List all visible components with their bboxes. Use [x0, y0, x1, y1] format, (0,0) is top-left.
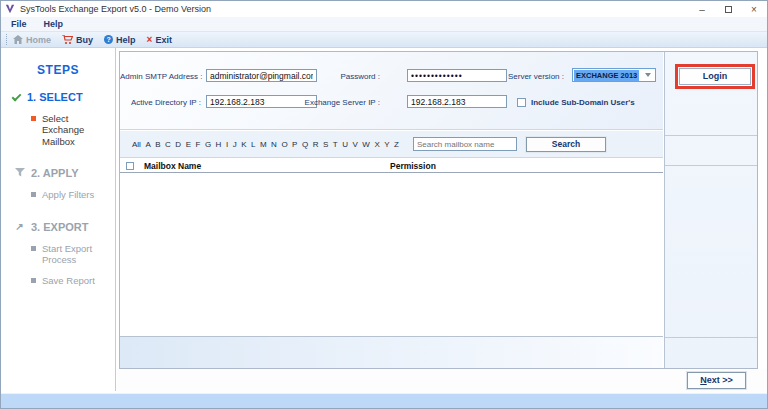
steps-title: STEPS: [1, 63, 115, 77]
search-button[interactable]: Search: [526, 137, 606, 152]
chevron-down-icon: [645, 73, 651, 77]
divider: [665, 337, 757, 338]
letter-filter[interactable]: Z: [394, 140, 399, 149]
help-icon: ?: [104, 35, 113, 44]
divider: [665, 165, 757, 166]
steps-sidebar: STEPS 1. SELECT Select Exchange Mailbox …: [1, 48, 116, 391]
status-bar: [1, 393, 767, 409]
exchange-server-label: Exchange Server IP :: [296, 98, 380, 107]
window-title: SysTools Exchange Export v5.0 - Demo Ver…: [20, 4, 211, 14]
letter-filter[interactable]: J: [233, 140, 237, 149]
letter-filter[interactable]: All: [132, 140, 141, 149]
login-form-section: Admin SMTP Address : Password : Server v…: [120, 52, 663, 130]
app-logo-icon: [5, 4, 15, 14]
column-permission: Permission: [390, 161, 436, 171]
substep-select-exchange-mailbox: Select Exchange Mailbox: [31, 113, 115, 147]
letter-filter[interactable]: T: [333, 140, 338, 149]
letter-filter[interactable]: O: [281, 140, 287, 149]
letter-filter[interactable]: M: [260, 140, 267, 149]
app-window: SysTools Exchange Export v5.0 - Demo Ver…: [0, 0, 768, 409]
login-annotation-box: Login: [675, 64, 755, 89]
minimize-icon: –: [699, 4, 705, 15]
subdomain-checkbox[interactable]: [517, 98, 526, 107]
letter-filter[interactable]: W: [362, 140, 370, 149]
letter-filter[interactable]: D: [175, 140, 181, 149]
close-button[interactable]: ×: [741, 1, 767, 17]
subdomain-label: Include Sub-Domain User's: [531, 98, 635, 107]
alphabet-filter-section: AllABCDEFGHIJKLMNOPQRSTUVWXYZ Search: [120, 131, 663, 158]
toolbar-home-button[interactable]: Home: [13, 35, 51, 45]
server-version-select[interactable]: EXCHANGE 2013: [572, 68, 656, 82]
main-panel: Admin SMTP Address : Password : Server v…: [119, 51, 758, 369]
letter-filter[interactable]: X: [374, 140, 379, 149]
title-bar: SysTools Exchange Export v5.0 - Demo Ver…: [1, 1, 767, 17]
bullet-icon: [31, 116, 36, 121]
check-icon: [12, 92, 22, 102]
letter-filter[interactable]: N: [271, 140, 277, 149]
toolbar-help-button[interactable]: ? Help: [104, 35, 136, 45]
letter-filter[interactable]: V: [352, 140, 357, 149]
letter-filter[interactable]: F: [195, 140, 200, 149]
login-button[interactable]: Login: [679, 68, 751, 85]
server-version-label: Server version :: [482, 72, 564, 81]
active-directory-label: Active Directory IP :: [120, 98, 201, 107]
navigation-row: [117, 369, 767, 393]
letter-filter[interactable]: Q: [302, 140, 308, 149]
letter-filter[interactable]: L: [251, 140, 255, 149]
maximize-button[interactable]: [715, 1, 741, 17]
letter-filter[interactable]: A: [145, 140, 150, 149]
letter-filter[interactable]: B: [155, 140, 160, 149]
toolbar: Home Buy ? Help × Exit: [1, 32, 767, 48]
password-label: Password :: [296, 72, 380, 81]
letter-filter[interactable]: S: [323, 140, 328, 149]
substep-start-export-process: Start Export Process: [31, 243, 115, 266]
bullet-icon: [31, 192, 36, 197]
substep-save-report: Save Report: [31, 275, 115, 286]
toolbar-exit-button[interactable]: × Exit: [147, 35, 172, 45]
select-all-checkbox[interactable]: [126, 162, 134, 170]
filter-icon: [14, 167, 25, 179]
toolbar-buy-button[interactable]: Buy: [62, 35, 93, 45]
letter-filter[interactable]: I: [226, 140, 228, 149]
server-version-value: EXCHANGE 2013: [574, 70, 639, 81]
letter-filter[interactable]: G: [205, 140, 211, 149]
toolbar-grip: [6, 34, 7, 45]
right-action-column: Login: [664, 52, 757, 368]
status-strip: [120, 337, 663, 368]
menu-help[interactable]: Help: [44, 19, 64, 29]
divider: [665, 135, 757, 136]
minimize-button[interactable]: –: [689, 1, 715, 17]
letter-filter[interactable]: H: [216, 140, 222, 149]
letter-filter[interactable]: R: [313, 140, 319, 149]
step-1-select: 1. SELECT: [14, 91, 115, 103]
mailbox-table: Mailbox Name Permission: [120, 159, 663, 337]
home-icon: [13, 35, 23, 44]
letter-filter[interactable]: K: [241, 140, 246, 149]
search-input[interactable]: [413, 137, 517, 151]
menu-file[interactable]: File: [11, 19, 27, 29]
exchange-server-input[interactable]: [407, 95, 507, 108]
bullet-icon: [31, 246, 36, 251]
table-header: Mailbox Name Permission: [120, 159, 663, 173]
exit-icon: ×: [147, 35, 153, 44]
letter-filter[interactable]: U: [342, 140, 348, 149]
export-arrow-icon: ↗: [14, 221, 25, 232]
substep-apply-filters: Apply Filters: [31, 189, 115, 200]
letter-filter[interactable]: Y: [384, 140, 389, 149]
letter-filter[interactable]: P: [292, 140, 297, 149]
letter-filter-list: AllABCDEFGHIJKLMNOPQRSTUVWXYZ: [132, 140, 399, 149]
letter-filter[interactable]: E: [186, 140, 191, 149]
letter-filter[interactable]: C: [165, 140, 171, 149]
cart-icon: [62, 35, 73, 45]
step-2-apply: 2. APPLY: [14, 167, 115, 179]
admin-smtp-label: Admin SMTP Address :: [120, 72, 201, 81]
step-3-export: ↗ 3. EXPORT: [14, 221, 115, 233]
maximize-icon: [725, 6, 732, 13]
column-mailbox-name: Mailbox Name: [144, 161, 201, 171]
menu-bar: File Help: [1, 17, 767, 32]
next-button[interactable]: Next >>: [687, 372, 746, 389]
close-icon: ×: [751, 4, 757, 15]
bullet-icon: [31, 278, 36, 283]
